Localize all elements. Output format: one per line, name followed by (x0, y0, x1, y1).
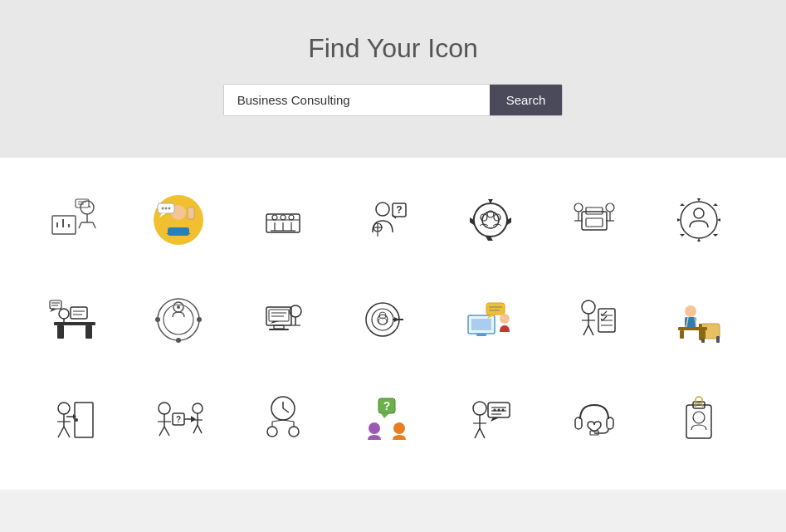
svg-point-167 (502, 409, 505, 412)
search-input[interactable] (224, 85, 490, 115)
svg-point-53 (681, 202, 717, 238)
svg-point-153 (369, 422, 380, 434)
svg-text:?: ? (396, 204, 402, 216)
svg-line-177 (701, 403, 703, 407)
svg-rect-45 (586, 207, 603, 214)
svg-point-33 (376, 203, 389, 216)
svg-rect-16 (188, 207, 194, 219)
icon-computer-consultation[interactable] (242, 282, 325, 357)
icon-person-orbit[interactable] (137, 282, 220, 357)
svg-marker-66 (50, 309, 57, 312)
svg-point-58 (59, 309, 69, 319)
icon-presentation-consultant[interactable] (449, 282, 532, 357)
svg-rect-91 (471, 319, 491, 330)
svg-line-102 (588, 325, 593, 335)
svg-rect-80 (269, 310, 289, 321)
svg-line-124 (64, 427, 70, 437)
svg-point-155 (473, 402, 486, 415)
svg-line-176 (695, 403, 696, 407)
search-bar: Search (223, 84, 564, 116)
svg-rect-46 (586, 218, 603, 227)
icon-target-head[interactable] (345, 282, 428, 357)
svg-rect-114 (680, 330, 684, 339)
svg-rect-76 (269, 329, 289, 330)
search-button[interactable]: Search (490, 85, 563, 115)
svg-line-143 (283, 408, 289, 412)
svg-rect-168 (575, 417, 582, 429)
page-title: Find Your Icon (17, 33, 769, 64)
icon-person-checklist[interactable] (553, 282, 636, 357)
svg-line-159 (480, 428, 485, 438)
svg-point-127 (159, 403, 170, 414)
svg-point-20 (168, 207, 171, 210)
svg-point-68 (164, 305, 193, 334)
svg-line-130 (159, 427, 164, 436)
svg-rect-115 (701, 330, 705, 339)
icon-worker-desk[interactable] (657, 282, 740, 357)
svg-line-8 (93, 222, 95, 228)
svg-rect-93 (486, 303, 505, 315)
svg-point-72 (197, 317, 202, 322)
svg-rect-92 (476, 334, 486, 336)
svg-point-19 (165, 207, 168, 210)
icon-business-consultant-chart[interactable] (33, 183, 116, 257)
icon-consultant-question[interactable]: ? (345, 183, 428, 257)
svg-rect-110 (716, 336, 720, 343)
svg-line-12 (89, 206, 90, 207)
svg-point-154 (393, 422, 405, 434)
icons-grid: ? (33, 183, 753, 456)
icon-meeting-clock[interactable] (242, 382, 325, 456)
svg-point-136 (193, 403, 203, 413)
svg-marker-152 (381, 413, 389, 418)
svg-point-98 (582, 300, 595, 314)
icon-person-transfer[interactable]: ? (137, 382, 220, 456)
svg-point-70 (177, 305, 180, 309)
svg-point-166 (498, 409, 500, 412)
icon-presenter-speech[interactable] (449, 382, 532, 456)
icon-board-meeting[interactable] (242, 183, 325, 257)
icon-printer-team[interactable] (553, 183, 636, 257)
svg-text:?: ? (383, 399, 391, 412)
svg-point-71 (155, 317, 160, 322)
svg-point-26 (289, 215, 294, 220)
svg-rect-169 (607, 417, 613, 429)
svg-line-148 (283, 420, 294, 422)
icon-person-door[interactable] (33, 382, 116, 456)
svg-rect-113 (678, 327, 707, 330)
svg-point-144 (267, 427, 277, 437)
svg-point-165 (494, 409, 496, 412)
svg-rect-60 (71, 307, 87, 319)
svg-point-73 (176, 338, 181, 343)
svg-line-101 (583, 325, 588, 335)
icons-section: ? (0, 158, 786, 490)
svg-point-47 (574, 203, 583, 212)
icon-gear-team[interactable] (449, 183, 532, 257)
svg-line-140 (198, 425, 202, 433)
svg-point-175 (696, 397, 702, 403)
svg-rect-55 (54, 322, 95, 325)
svg-rect-171 (686, 405, 711, 438)
svg-point-25 (281, 215, 286, 220)
svg-point-119 (75, 418, 78, 422)
icon-gear-person[interactable] (657, 183, 740, 257)
icon-headset-heart[interactable] (553, 382, 636, 456)
icon-question-people[interactable]: ? (345, 382, 428, 456)
svg-point-50 (606, 203, 614, 212)
svg-line-147 (272, 420, 283, 422)
icon-id-badge[interactable] (657, 382, 740, 456)
svg-rect-15 (168, 227, 189, 236)
svg-point-54 (694, 208, 704, 218)
svg-line-139 (193, 425, 198, 433)
svg-point-24 (272, 215, 277, 220)
svg-line-158 (475, 428, 480, 438)
header: Find Your Icon Search (0, 0, 786, 158)
icon-desk-consultation[interactable] (33, 282, 116, 357)
icon-customer-service-agent[interactable] (137, 183, 220, 257)
svg-marker-88 (394, 317, 399, 322)
svg-rect-56 (57, 325, 64, 339)
svg-point-111 (685, 305, 696, 317)
svg-rect-57 (85, 325, 92, 339)
svg-point-174 (693, 412, 705, 423)
svg-text:?: ? (176, 415, 181, 424)
svg-point-97 (500, 314, 510, 324)
